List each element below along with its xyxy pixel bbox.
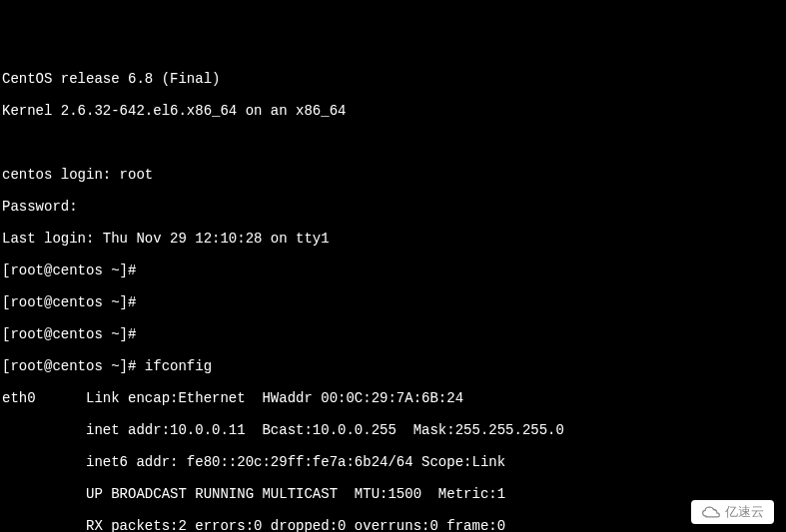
shell-prompt[interactable]: [root@centos ~]# — [2, 294, 784, 310]
last-login: Last login: Thu Nov 29 12:10:28 on tty1 — [2, 231, 784, 247]
password-prompt[interactable]: Password: — [2, 199, 784, 215]
cloud-icon — [701, 505, 721, 519]
banner-line-1: CentOS release 6.8 (Final) — [2, 71, 784, 87]
ifconfig-eth0-inet6: inet6 addr: fe80::20c:29ff:fe7a:6b24/64 … — [2, 454, 784, 470]
ifconfig-eth0-rxpackets: RX packets:2 errors:0 dropped:0 overruns… — [2, 518, 784, 532]
banner-line-2: Kernel 2.6.32-642.el6.x86_64 on an x86_6… — [2, 103, 784, 119]
ifconfig-eth0-flags: UP BROADCAST RUNNING MULTICAST MTU:1500 … — [2, 486, 784, 502]
login-prompt[interactable]: centos login: root — [2, 167, 784, 183]
ifconfig-eth0-header: eth0 Link encap:Ethernet HWaddr 00:0C:29… — [2, 390, 784, 406]
shell-command-ifconfig[interactable]: [root@centos ~]# ifconfig — [2, 358, 784, 374]
blank-line — [2, 135, 784, 151]
shell-prompt[interactable]: [root@centos ~]# — [2, 326, 784, 342]
ifconfig-eth0-inet: inet addr:10.0.0.11 Bcast:10.0.0.255 Mas… — [2, 422, 784, 438]
watermark-text: 亿速云 — [725, 504, 764, 520]
watermark-badge: 亿速云 — [691, 500, 774, 524]
shell-prompt[interactable]: [root@centos ~]# — [2, 263, 784, 278]
